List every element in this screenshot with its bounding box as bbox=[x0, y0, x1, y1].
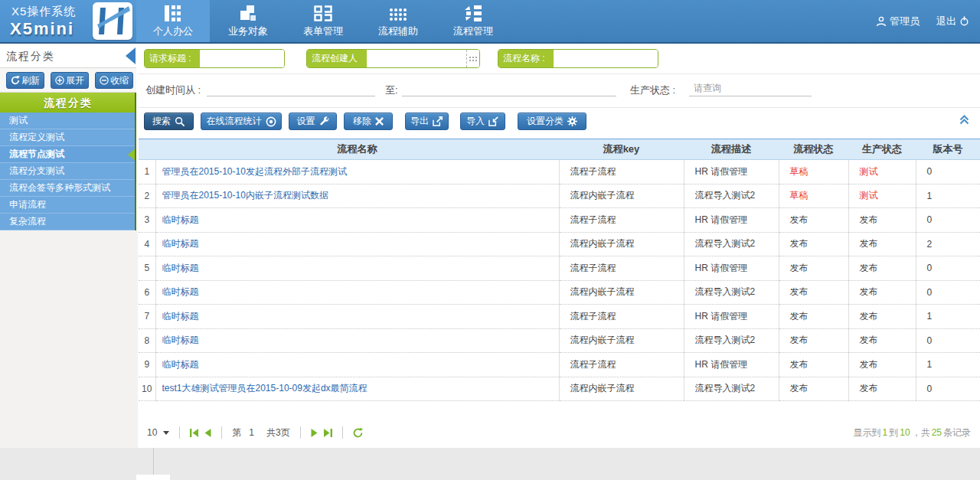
flow-arrows-icon bbox=[464, 5, 482, 21]
sidebar-item-5[interactable]: 流程会签等多种形式测试 bbox=[0, 180, 136, 197]
process-key-cell: 流程内嵌子流程 bbox=[559, 377, 684, 401]
sidebar-item-1[interactable]: 测试 bbox=[0, 113, 136, 129]
nav-tab-label: 表单管理 bbox=[303, 24, 343, 38]
reload-button[interactable] bbox=[350, 428, 366, 438]
process-key-cell: 流程内嵌子流程 bbox=[559, 280, 684, 305]
nav-tab-label: 业务对象 bbox=[228, 24, 268, 38]
prod-status-label: 生产状态 : bbox=[630, 83, 675, 97]
sidebar-panel-title: 流程分类 bbox=[6, 44, 55, 68]
nav-tab-3[interactable]: 表单管理 bbox=[286, 0, 360, 42]
process-name-cell: 临时标题 bbox=[155, 305, 559, 329]
search-field-input-2[interactable] bbox=[367, 50, 466, 67]
sidebar-item-label: 流程会签等多种形式测试 bbox=[9, 182, 110, 193]
process-name-link[interactable]: 管理员在2015-10-10内嵌子流程测试数据 bbox=[162, 190, 328, 201]
nav-tab-label: 个人办公 bbox=[153, 24, 193, 38]
first-page-button[interactable] bbox=[187, 429, 201, 437]
page-size-select[interactable]: 10 bbox=[144, 427, 172, 438]
version-cell: 0 bbox=[916, 280, 980, 305]
toolbar-button-7[interactable]: 设置分类 bbox=[518, 113, 586, 130]
plus-circle-icon bbox=[55, 76, 64, 85]
apps-grid-icon bbox=[165, 5, 182, 21]
process-name-link[interactable]: 管理员在2015-10-10发起流程外部子流程测试 bbox=[162, 166, 347, 177]
search-field-input-3[interactable] bbox=[554, 50, 658, 67]
process-desc-cell: 流程导入测试2 bbox=[684, 280, 779, 305]
process-name-link[interactable]: 临时标题 bbox=[162, 335, 199, 345]
summary-part: 1 bbox=[883, 427, 888, 438]
row-number: 3 bbox=[139, 208, 155, 233]
table-row: 7临时标题流程子流程HR 请假管理发布发布1 bbox=[139, 305, 980, 329]
nav-tab-2[interactable]: 业务对象 bbox=[211, 0, 285, 42]
sidebar-button-3[interactable]: 收缩 bbox=[95, 72, 133, 89]
search-icon bbox=[175, 116, 185, 127]
process-name-link[interactable]: 临时标题 bbox=[162, 286, 199, 297]
chevron-double-up-icon[interactable] bbox=[959, 114, 970, 125]
last-page-button[interactable] bbox=[321, 429, 335, 437]
process-name-link[interactable]: 临时标题 bbox=[162, 238, 199, 249]
process-name-cell: 临时标题 bbox=[155, 328, 559, 353]
nav-tab-1[interactable]: 个人办公 bbox=[136, 0, 210, 42]
divider bbox=[138, 107, 980, 108]
toolbar-button-label: 在线流程统计 bbox=[207, 115, 262, 128]
current-user-label: 管理员 bbox=[890, 15, 920, 28]
search-field-group-3: 流程名称 : bbox=[498, 49, 658, 68]
stacked-squares-icon bbox=[240, 5, 256, 21]
process-name-cell: test1大雄测试管理员在2015-10-09发起dx最简流程 bbox=[155, 377, 559, 401]
sidebar-item-3[interactable]: 流程节点测试 bbox=[0, 146, 136, 163]
prod-status-input[interactable] bbox=[689, 80, 812, 96]
sidebar-empty-area bbox=[0, 230, 138, 448]
process-key-cell: 流程子流程 bbox=[559, 160, 684, 184]
records-summary: 显示到1到10，共25条记录 bbox=[854, 426, 971, 439]
logout-button[interactable]: 退出 bbox=[936, 15, 969, 28]
pagination-bar: 10 第 1 共3页 bbox=[144, 423, 366, 442]
column-header-4: 流程状态 bbox=[779, 139, 848, 160]
search-field-input-1[interactable] bbox=[200, 50, 284, 67]
sidebar-item-label: 申请流程 bbox=[9, 199, 46, 210]
lookup-picker-button[interactable] bbox=[466, 50, 479, 67]
sidebar-button-label: 收缩 bbox=[110, 74, 129, 87]
sidebar-item-7[interactable]: 复杂流程 bbox=[0, 214, 136, 230]
toolbar-button-1[interactable]: 搜索 bbox=[144, 113, 194, 130]
process-name-link[interactable]: 临时标题 bbox=[162, 359, 199, 370]
sidebar-collapse-arrow[interactable] bbox=[126, 47, 136, 64]
date-from-input[interactable] bbox=[207, 80, 375, 96]
row-number: 8 bbox=[139, 328, 155, 353]
prev-page-button[interactable] bbox=[201, 429, 214, 437]
column-header-3: 流程描述 bbox=[684, 139, 779, 160]
sidebar-button-2[interactable]: 展开 bbox=[51, 72, 89, 89]
toolbar-button-4[interactable]: 移除 bbox=[344, 113, 393, 130]
column-header-5: 生产状态 bbox=[848, 139, 916, 160]
toolbar-button-3[interactable]: 设置 bbox=[289, 113, 337, 130]
sidebar-item-label: 测试 bbox=[9, 115, 28, 126]
summary-part: 到 bbox=[889, 427, 898, 438]
sidebar-panel-header: 流程分类 bbox=[0, 44, 136, 68]
sidebar-item-4[interactable]: 流程分支测试 bbox=[0, 163, 136, 180]
user-area: 管理员 退出 bbox=[876, 0, 969, 42]
process-desc-cell: 流程导入测试2 bbox=[684, 184, 779, 208]
prod-status-cell: 发布 bbox=[848, 280, 916, 305]
nav-tab-5[interactable]: 流程管理 bbox=[436, 0, 510, 42]
process-name-link[interactable]: 临时标题 bbox=[162, 263, 199, 273]
process-name-link[interactable]: test1大雄测试管理员在2015-10-09发起dx最简流程 bbox=[162, 383, 368, 393]
brand-h-logo bbox=[93, 2, 132, 40]
current-user[interactable]: 管理员 bbox=[876, 15, 920, 28]
process-desc-cell: HR 请假管理 bbox=[684, 208, 779, 233]
summary-part: 条记录 bbox=[943, 427, 971, 438]
process-name-link[interactable]: 临时标题 bbox=[162, 214, 199, 225]
sidebar-button-1[interactable]: 刷新 bbox=[6, 72, 44, 89]
toolbar-button-5[interactable]: 导出 bbox=[405, 113, 449, 130]
pager-divider bbox=[342, 426, 343, 439]
nav-tab-4[interactable]: 流程辅助 bbox=[361, 0, 435, 42]
toolbar-button-6[interactable]: 导入 bbox=[460, 113, 505, 130]
process-name-cell: 临时标题 bbox=[155, 256, 559, 281]
process-name-link[interactable]: 临时标题 bbox=[162, 311, 199, 322]
process-key-cell: 流程内嵌子流程 bbox=[559, 232, 684, 256]
logo-title: X5操作系统 bbox=[11, 5, 76, 19]
date-to-label: 至: bbox=[385, 83, 398, 97]
sidebar-item-6[interactable]: 申请流程 bbox=[0, 197, 136, 214]
date-to-input[interactable] bbox=[402, 80, 616, 96]
prod-status-cell: 发布 bbox=[848, 208, 916, 233]
sidebar-item-2[interactable]: 流程定义测试 bbox=[0, 129, 136, 146]
page-number-input[interactable]: 1 bbox=[249, 427, 254, 438]
next-page-button[interactable] bbox=[308, 429, 321, 437]
toolbar-button-2[interactable]: 在线流程统计 bbox=[201, 113, 282, 130]
